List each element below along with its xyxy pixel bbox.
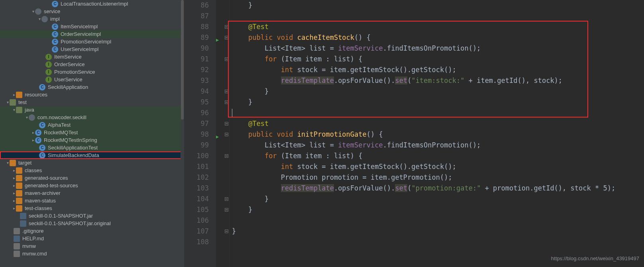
tree-item-maven-status[interactable]: maven-status (0, 197, 184, 204)
tree-item-generated-sources[interactable]: generated-sources (0, 174, 184, 182)
project-tree-panel[interactable]: CLocalTransactionListenerImplserviceimpl… (0, 0, 184, 267)
tree-item-maven-archiver[interactable]: maven-archiver (0, 189, 184, 197)
fold-toggle-icon[interactable] (225, 208, 228, 212)
expand-arrow-icon[interactable] (31, 136, 35, 144)
code-line[interactable]: redisTemplate.opsForValue().set("item:st… (232, 75, 644, 86)
tree-item-target[interactable]: target (0, 159, 184, 167)
line-number[interactable]: 100 (196, 151, 209, 161)
code-line[interactable]: Promotion promotion = item.getPromotion(… (232, 172, 644, 183)
line-number[interactable]: 96 (201, 108, 209, 118)
code-line[interactable] (232, 215, 644, 226)
line-number[interactable]: 106 (196, 215, 209, 226)
line-number[interactable]: 93 (201, 75, 209, 86)
code-line[interactable]: } (232, 194, 644, 204)
code-area[interactable]: } @Test public void cacheItemStock() { L… (232, 0, 644, 267)
tree-item-userserviceimpl[interactable]: CUserServiceImpl (0, 45, 184, 53)
line-number[interactable]: 98 (201, 129, 209, 140)
code-line[interactable]: @Test (232, 22, 644, 32)
tree-item-promotionserviceimpl[interactable]: CPromotionServiceImpl (0, 38, 184, 45)
code-line[interactable]: redisTemplate.opsForValue().set("promoti… (232, 183, 644, 194)
tree-item-orderservice[interactable]: IOrderService (0, 61, 184, 68)
tree-item-generated-test-sources[interactable]: generated-test-sources (0, 182, 184, 189)
code-line[interactable] (232, 108, 644, 118)
tree-item-test-classes[interactable]: test-classes (0, 204, 184, 212)
tree-item-rocketmqtestinspring[interactable]: CRocketMQTestInSpring (0, 136, 184, 144)
tree-item-itemservice[interactable]: IItemService (0, 53, 184, 61)
line-number[interactable]: 101 (196, 161, 209, 172)
expand-arrow-icon[interactable] (12, 91, 16, 98)
tree-item-resources[interactable]: resources (0, 91, 184, 98)
code-line[interactable]: } (232, 86, 644, 97)
tree-item-help-md[interactable]: HELP.md (0, 235, 184, 242)
fold-toggle-icon[interactable] (225, 57, 228, 61)
tree-item-promotionservice[interactable]: IPromotionService (0, 68, 184, 76)
line-number[interactable]: 87 (201, 11, 209, 22)
line-number[interactable]: 90 (201, 43, 209, 54)
expand-arrow-icon[interactable] (12, 167, 16, 174)
code-line[interactable] (232, 237, 644, 247)
line-number[interactable]: 86 (201, 0, 209, 11)
expand-arrow-icon[interactable] (12, 189, 16, 197)
expand-arrow-icon[interactable] (31, 129, 35, 136)
code-line[interactable]: } (232, 97, 644, 108)
tree-item--gitignore[interactable]: .gitignore (0, 227, 184, 235)
tree-item-itemserviceimpl[interactable]: CItemServiceImpl (0, 23, 184, 30)
tree-item-impl[interactable]: impl (0, 15, 184, 23)
tree-item-mvnw[interactable]: mvnw (0, 242, 184, 250)
line-number[interactable]: 97 (201, 118, 209, 129)
tree-item-classes[interactable]: classes (0, 167, 184, 174)
fold-toggle-icon[interactable] (225, 133, 228, 136)
expand-arrow-icon[interactable] (12, 204, 16, 212)
expand-arrow-icon[interactable] (6, 159, 10, 167)
line-number[interactable]: 102 (196, 172, 209, 183)
fold-toggle-icon[interactable] (225, 230, 228, 233)
code-line[interactable]: for (Item item : list) { (232, 151, 644, 161)
tree-item-seckillapplicationtest[interactable]: CSeckillApplicationTest (0, 144, 184, 151)
expand-arrow-icon[interactable] (12, 197, 16, 204)
code-line[interactable]: for (Item item : list) { (232, 54, 644, 65)
editor-gutter[interactable]: 8687888990919293949596979899100101102103… (184, 0, 216, 267)
tree-item-seckill-0-0-1-snapshot-jar-original[interactable]: seckill-0.0.1-SNAPSHOT.jar.original (0, 220, 184, 227)
code-line[interactable]: int stock = item.getItemStock().getStock… (232, 65, 644, 75)
code-line[interactable]: } (232, 226, 644, 237)
code-line[interactable]: int stock = item.getItemStock().getStock… (232, 161, 644, 172)
tree-scrollbar[interactable] (181, 0, 184, 267)
fold-toggle-icon[interactable] (225, 100, 228, 104)
tree-scrollbar-thumb[interactable] (181, 0, 184, 120)
run-test-icon[interactable]: ▶ (216, 132, 219, 142)
line-number[interactable]: 108 (196, 237, 209, 247)
fold-toggle-icon[interactable] (225, 154, 228, 158)
line-number[interactable]: 99 (201, 140, 209, 151)
line-number[interactable]: 92 (201, 65, 209, 75)
fold-toggle-icon[interactable] (225, 36, 228, 39)
fold-column[interactable] (224, 0, 230, 267)
tree-item-test[interactable]: test (0, 98, 184, 106)
fold-toggle-icon[interactable] (225, 197, 228, 201)
tree-item-rocketmqtest[interactable]: CRocketMQTest (0, 129, 184, 136)
expand-arrow-icon[interactable] (37, 15, 41, 23)
line-number[interactable]: 88 (201, 22, 209, 32)
line-number[interactable]: 91 (201, 54, 209, 65)
expand-arrow-icon[interactable] (25, 114, 29, 121)
tree-item-orderserviceimpl[interactable]: COrderServiceImpl (0, 30, 184, 38)
fold-toggle-icon[interactable] (225, 122, 228, 126)
line-number[interactable]: 94 (201, 86, 209, 97)
code-line[interactable]: public void initPromotionGate() { (232, 129, 644, 140)
code-line[interactable] (232, 11, 644, 22)
expand-arrow-icon[interactable] (12, 106, 16, 114)
expand-arrow-icon[interactable] (31, 8, 35, 15)
tree-item-seckillapplication[interactable]: CSeckillApplication (0, 83, 184, 91)
code-editor[interactable]: 8687888990919293949596979899100101102103… (184, 0, 644, 267)
line-number[interactable]: 105 (196, 204, 209, 215)
line-number[interactable]: 95 (201, 97, 209, 108)
code-line[interactable]: List<Item> list = itemService.findItemsO… (232, 140, 644, 151)
tree-item-seckill-0-0-1-snapshot-jar[interactable]: seckill-0.0.1-SNAPSHOT.jar (0, 212, 184, 220)
tree-item-service[interactable]: service (0, 8, 184, 15)
line-number[interactable]: 89 (201, 32, 209, 43)
line-number[interactable]: 104 (196, 194, 209, 204)
tree-item-mvnw-cmd[interactable]: mvnw.cmd (0, 250, 184, 257)
tree-item-alphatest[interactable]: CAlphaTest (0, 121, 184, 129)
code-line[interactable]: public void cacheItemStock() { (232, 32, 644, 43)
code-line[interactable]: } (232, 0, 644, 11)
code-line[interactable]: @Test (232, 118, 644, 129)
